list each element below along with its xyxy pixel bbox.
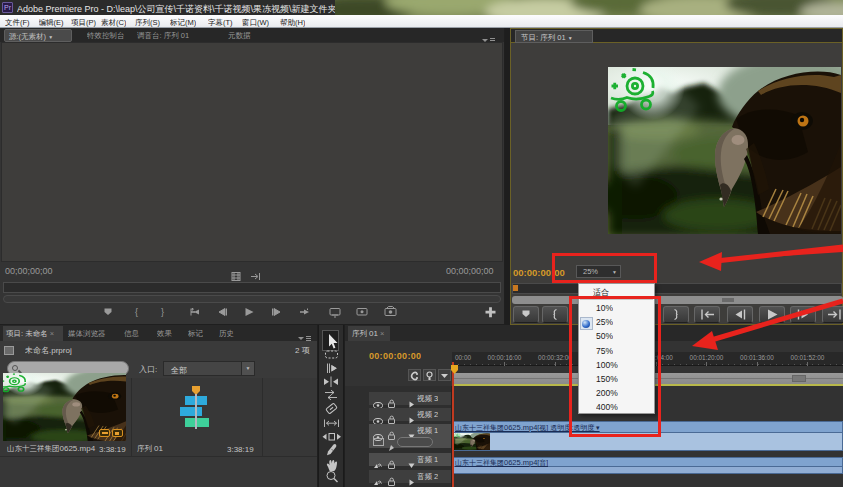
- svg-text:00:00:16:00: 00:00:16:00: [488, 354, 522, 361]
- svg-text:00:00: 00:00: [455, 354, 471, 361]
- svg-text:00:01:52:00: 00:01:52:00: [791, 354, 825, 361]
- svg-text:}: }: [161, 307, 164, 317]
- svg-text:00:01:36:00: 00:01:36:00: [740, 354, 774, 361]
- svg-text:00:00:32:00: 00:00:32:00: [538, 354, 572, 361]
- svg-text:00:01:20:00: 00:01:20:00: [690, 354, 724, 361]
- svg-text:{: {: [135, 307, 138, 317]
